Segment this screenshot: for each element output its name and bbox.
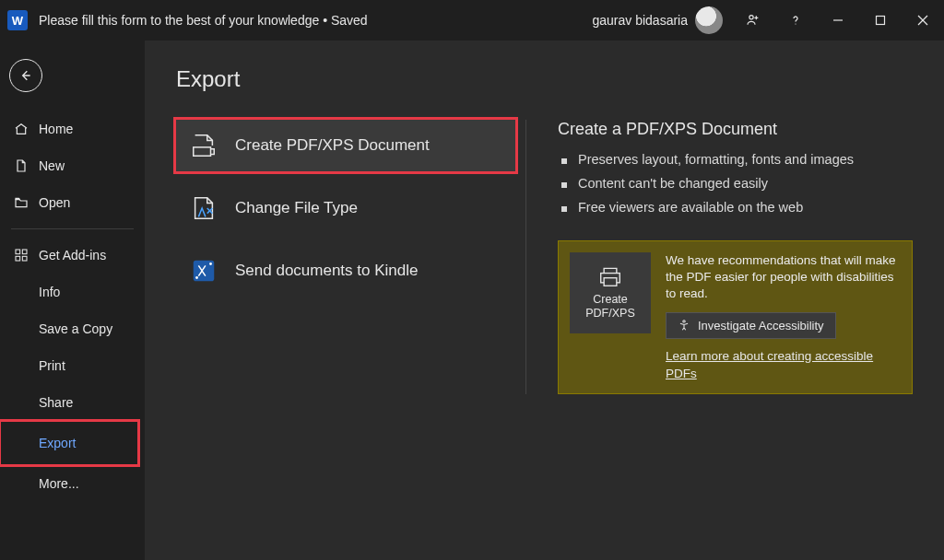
detail-bullet: Free viewers are available on the web bbox=[558, 200, 913, 215]
detail-heading: Create a PDF/XPS Document bbox=[558, 120, 913, 139]
svg-rect-15 bbox=[604, 278, 617, 286]
option-label: Create PDF/XPS Document bbox=[235, 136, 430, 155]
nav-more[interactable]: More... bbox=[0, 465, 145, 502]
nav-open[interactable]: Open bbox=[0, 184, 145, 221]
svg-point-13 bbox=[195, 276, 198, 279]
nav-print[interactable]: Print bbox=[0, 347, 145, 384]
accessibility-callout: Create PDF/XPS We have recommendations t… bbox=[558, 240, 913, 394]
nav-label: New bbox=[39, 158, 65, 173]
svg-point-0 bbox=[749, 16, 753, 19]
nav-label: Get Add-ins bbox=[39, 248, 106, 262]
investigate-label: Investigate Accessibility bbox=[698, 319, 824, 332]
svg-point-16 bbox=[683, 321, 685, 322]
kindle-icon bbox=[189, 256, 218, 286]
avatar[interactable] bbox=[695, 6, 723, 34]
svg-rect-7 bbox=[22, 250, 27, 254]
nav-export[interactable]: Export bbox=[0, 421, 138, 465]
window-restore-button[interactable] bbox=[859, 0, 902, 41]
window-minimize-button[interactable] bbox=[817, 0, 859, 41]
detail-bullets: Preserves layout, formatting, fonts and … bbox=[558, 152, 913, 215]
option-label: Send documents to Kindle bbox=[235, 262, 418, 280]
nav-label: Open bbox=[39, 195, 70, 210]
word-app-icon: W bbox=[7, 10, 28, 30]
folder-open-icon bbox=[13, 195, 30, 210]
svg-rect-9 bbox=[22, 256, 27, 261]
accessibility-icon bbox=[678, 319, 690, 332]
nav-home[interactable]: Home bbox=[0, 111, 145, 147]
svg-rect-6 bbox=[16, 250, 20, 254]
account-manager-icon[interactable] bbox=[732, 0, 774, 41]
back-button[interactable] bbox=[9, 59, 42, 92]
svg-point-1 bbox=[795, 23, 796, 24]
nav-label: More... bbox=[39, 476, 79, 491]
change-filetype-icon bbox=[189, 193, 218, 223]
big-button-line2: PDF/XPS bbox=[585, 307, 635, 320]
svg-point-12 bbox=[209, 262, 212, 265]
titlebar: W Please fill this form to the best of y… bbox=[0, 0, 944, 41]
callout-text: We have recommendations that will make t… bbox=[666, 252, 901, 303]
create-pdf-xps-button[interactable]: Create PDF/XPS bbox=[570, 252, 651, 333]
nav-info[interactable]: Info bbox=[0, 274, 145, 310]
big-button-line1: Create bbox=[593, 293, 628, 306]
nav-get-addins[interactable]: Get Add-ins bbox=[0, 237, 145, 274]
window-close-button[interactable] bbox=[902, 0, 944, 41]
content-area: Export Create PDF/XPS Document Change Fi… bbox=[145, 41, 944, 560]
home-icon bbox=[13, 122, 30, 136]
nav-separator bbox=[11, 228, 134, 229]
nav-label: Share bbox=[39, 395, 73, 410]
nav-label: Export bbox=[39, 436, 76, 450]
detail-bullet: Content can't be changed easily bbox=[558, 176, 913, 191]
nav-save-a-copy[interactable]: Save a Copy bbox=[0, 310, 145, 347]
pdf-export-icon bbox=[189, 131, 218, 160]
nav-new[interactable]: New bbox=[0, 147, 145, 184]
backstage-sidebar: Home New Open Get Add-ins Info Save a Co… bbox=[0, 41, 145, 560]
new-doc-icon bbox=[13, 158, 30, 173]
investigate-accessibility-button[interactable]: Investigate Accessibility bbox=[666, 312, 836, 339]
svg-rect-10 bbox=[194, 147, 211, 156]
nav-label: Save a Copy bbox=[39, 321, 112, 336]
addins-icon bbox=[13, 248, 30, 262]
export-options-column: Create PDF/XPS Document Change File Type… bbox=[176, 120, 526, 394]
option-send-kindle[interactable]: Send documents to Kindle bbox=[176, 245, 516, 297]
export-detail-column: Create a PDF/XPS Document Preserves layo… bbox=[558, 120, 913, 394]
nav-label: Home bbox=[39, 122, 73, 136]
nav-share[interactable]: Share bbox=[0, 384, 145, 421]
user-name: gaurav bidasaria bbox=[592, 13, 688, 28]
nav-label: Print bbox=[39, 358, 65, 373]
option-create-pdf-xps[interactable]: Create PDF/XPS Document bbox=[176, 120, 515, 171]
detail-bullet: Preserves layout, formatting, fonts and … bbox=[558, 152, 913, 167]
page-title: Export bbox=[176, 66, 913, 92]
document-title: Please fill this form to the best of you… bbox=[39, 13, 368, 28]
option-label: Change File Type bbox=[235, 199, 358, 217]
svg-rect-3 bbox=[877, 17, 885, 25]
learn-more-link[interactable]: Learn more about creating accessible PDF… bbox=[666, 348, 901, 383]
help-icon[interactable] bbox=[774, 0, 817, 41]
svg-rect-8 bbox=[16, 256, 20, 261]
option-change-file-type[interactable]: Change File Type bbox=[176, 182, 516, 234]
nav-label: Info bbox=[39, 285, 60, 299]
